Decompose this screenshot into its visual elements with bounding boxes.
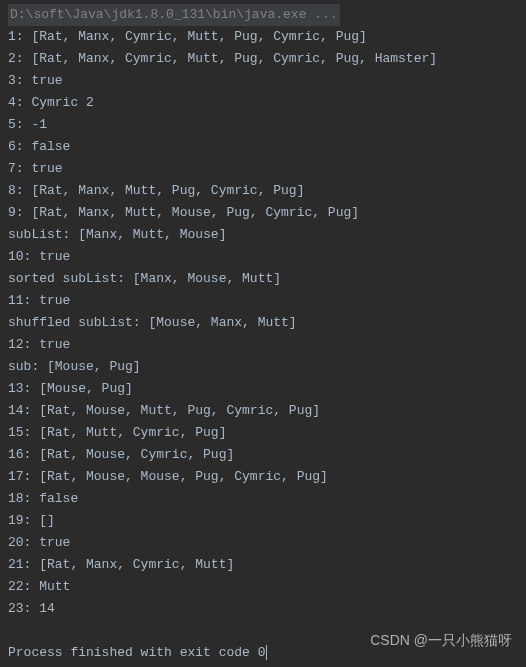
output-line: sub: [Mouse, Pug] (8, 356, 518, 378)
output-line: 10: true (8, 246, 518, 268)
output-line: 11: true (8, 290, 518, 312)
output-line: 2: [Rat, Manx, Cymric, Mutt, Pug, Cymric… (8, 48, 518, 70)
output-line: 15: [Rat, Mutt, Cymric, Pug] (8, 422, 518, 444)
output-line: shuffled subList: [Mouse, Manx, Mutt] (8, 312, 518, 334)
output-line: 22: Mutt (8, 576, 518, 598)
command-line: D:\soft\Java\jdk1.8.0_131\bin\java.exe .… (8, 4, 518, 26)
cursor-icon (266, 645, 267, 660)
output-line: 13: [Mouse, Pug] (8, 378, 518, 400)
output-line: 18: false (8, 488, 518, 510)
output-line: 5: -1 (8, 114, 518, 136)
watermark: CSDN @一只小熊猫呀 (370, 629, 512, 651)
output-line: 9: [Rat, Manx, Mutt, Mouse, Pug, Cymric,… (8, 202, 518, 224)
output-line: 6: false (8, 136, 518, 158)
output-line: 17: [Rat, Mouse, Mouse, Pug, Cymric, Pug… (8, 466, 518, 488)
output-line: 4: Cymric 2 (8, 92, 518, 114)
output-line: 16: [Rat, Mouse, Cymric, Pug] (8, 444, 518, 466)
output-line: 8: [Rat, Manx, Mutt, Pug, Cymric, Pug] (8, 180, 518, 202)
output-line: 20: true (8, 532, 518, 554)
output-line: 21: [Rat, Manx, Cymric, Mutt] (8, 554, 518, 576)
output-line: 12: true (8, 334, 518, 356)
output-line: 14: [Rat, Mouse, Mutt, Pug, Cymric, Pug] (8, 400, 518, 422)
output-line: 3: true (8, 70, 518, 92)
output-line: 1: [Rat, Manx, Cymric, Mutt, Pug, Cymric… (8, 26, 518, 48)
output-line: 23: 14 (8, 598, 518, 620)
output-line: subList: [Manx, Mutt, Mouse] (8, 224, 518, 246)
console-output: D:\soft\Java\jdk1.8.0_131\bin\java.exe .… (8, 4, 518, 664)
output-line: 7: true (8, 158, 518, 180)
output-line: sorted subList: [Manx, Mouse, Mutt] (8, 268, 518, 290)
output-line: 19: [] (8, 510, 518, 532)
